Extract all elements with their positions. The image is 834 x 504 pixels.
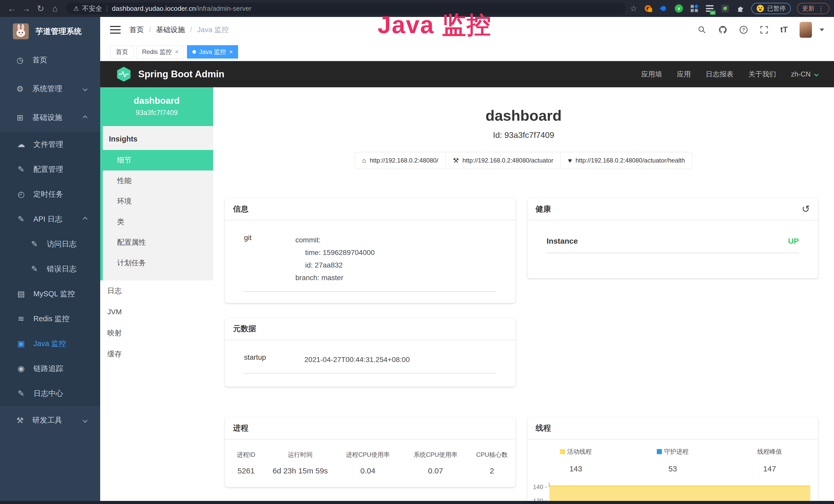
- breadcrumb-home[interactable]: 首页: [129, 25, 144, 35]
- cell-value: 0.07: [402, 466, 469, 475]
- browser-back-icon[interactable]: ←: [5, 4, 19, 14]
- info-card-body: git commit: time: 1596289704000 id: 27aa…: [225, 220, 515, 292]
- sidebar-item-mysql-monitor[interactable]: ▤ MySQL 监控: [0, 281, 100, 306]
- sba-item-classes[interactable]: 类: [103, 211, 213, 232]
- tags-view-bar: 首页 Redis 监控 × Java 监控 ×: [100, 43, 834, 61]
- sba-nav-about[interactable]: 关于我们: [748, 70, 776, 79]
- sba-item-scheduled-tasks[interactable]: 计划任务: [103, 253, 213, 273]
- chevron-down-icon: [83, 418, 87, 422]
- page-subtitle: Id: 93a3fc7f7409: [213, 131, 834, 140]
- fullscreen-icon[interactable]: [760, 25, 768, 34]
- kebab-menu-icon[interactable]: ⋮: [817, 5, 824, 13]
- sidebar-item-api-log[interactable]: ✎ API 日志: [0, 207, 100, 232]
- user-avatar[interactable]: [799, 22, 812, 38]
- browser-update-button[interactable]: 更新 ⋮: [797, 3, 829, 14]
- sba-item-environment[interactable]: 环境: [103, 191, 213, 211]
- sba-item-config-props[interactable]: 配置属性: [103, 232, 213, 253]
- browser-home-icon[interactable]: ⌂: [48, 4, 62, 14]
- sba-item-caches[interactable]: 缓存: [100, 344, 213, 365]
- sba-item-mappings[interactable]: 映射: [100, 322, 213, 344]
- timer-icon: ◴: [16, 189, 26, 199]
- tab-label: Java 监控: [199, 48, 226, 56]
- extension-list-on-icon[interactable]: on: [705, 4, 714, 13]
- breadcrumb-infrastructure[interactable]: 基础设施: [156, 25, 185, 35]
- breadcrumb-separator: /: [149, 26, 151, 34]
- sidebar-item-infrastructure[interactable]: ⊞ 基础设施: [0, 103, 100, 132]
- health-card-header: 健康 ↺: [527, 198, 818, 220]
- extension-orange-ring-icon[interactable]: [643, 4, 653, 13]
- sidebar-item-label: 系统管理: [32, 84, 62, 94]
- sba-item-metrics[interactable]: 性能: [103, 170, 213, 191]
- browser-forward-icon[interactable]: →: [19, 4, 34, 14]
- sba-item-jvm[interactable]: JVM: [100, 301, 213, 322]
- tab-redis-monitor[interactable]: Redis 监控 ×: [137, 45, 184, 59]
- tab-home[interactable]: 首页: [110, 45, 134, 59]
- stat-value: 147: [721, 464, 818, 473]
- sba-nav-wallboard[interactable]: 应用墙: [641, 70, 662, 79]
- sba-language-selector[interactable]: zh-CN: [791, 70, 818, 78]
- sidebar-item-label: 基础设施: [32, 112, 62, 123]
- breadcrumb-separator: /: [190, 26, 192, 34]
- github-icon[interactable]: [718, 25, 727, 35]
- extension-leaf-icon[interactable]: [721, 4, 730, 13]
- address-bar[interactable]: ⚠ 不安全 dashboard.yudao.iocoder.cn /infra/…: [66, 3, 626, 15]
- help-icon[interactable]: ?: [739, 25, 748, 34]
- active-tab-dot: [192, 50, 196, 54]
- hamburger-icon[interactable]: [110, 26, 121, 33]
- avatar-caret-icon[interactable]: [820, 28, 824, 31]
- health-instance-row: Instance UP: [547, 220, 799, 246]
- instance-home-link[interactable]: ⌂ http://192.168.0.2:48080/: [355, 152, 446, 169]
- sidebar-item-java-monitor[interactable]: ▣ Java 监控: [0, 331, 100, 356]
- daemon-threads-stat: 守护进程 53: [624, 448, 721, 473]
- history-icon[interactable]: ↺: [802, 203, 810, 215]
- edit-icon: ✎: [29, 264, 40, 274]
- metadata-card-title: 元数据: [225, 318, 515, 340]
- process-card: 进程 进程ID 5261 运行时间 6d 23h 15m 59s: [225, 417, 515, 487]
- infrastructure-icon: ⊞: [15, 113, 25, 122]
- tab-java-monitor[interactable]: Java 监控 ×: [187, 45, 238, 59]
- sba-item-details[interactable]: 细节: [103, 150, 213, 170]
- sidebar-item-access-log[interactable]: ✎ 访问日志: [0, 232, 100, 256]
- tab-label: 首页: [116, 48, 128, 56]
- instance-actuator-link[interactable]: ⚒ http://192.168.0.2:48080/actuator: [445, 152, 561, 169]
- instance-home-url: http://192.168.0.2:48080/: [370, 157, 438, 164]
- extension-grid-icon[interactable]: [690, 4, 699, 13]
- live-threads-stat: 活动线程 143: [527, 448, 624, 473]
- font-size-icon[interactable]: tT: [780, 25, 788, 35]
- close-icon[interactable]: ×: [229, 48, 233, 55]
- extension-map-pin-icon[interactable]: [659, 4, 668, 13]
- sidebar-item-scheduled-jobs[interactable]: ◴ 定时任务: [0, 182, 100, 207]
- stat-label: 守护进程: [664, 448, 688, 456]
- instance-health-link[interactable]: ♥ http://192.168.0.2:48080/actuator/heal…: [561, 152, 692, 169]
- row-divider: [244, 291, 496, 292]
- sidebar-item-log-center[interactable]: ✎ 日志中心: [0, 381, 100, 406]
- extension-green-v-icon[interactable]: v: [674, 4, 683, 13]
- stat-label: 线程峰值: [757, 448, 782, 456]
- stat-value: 143: [527, 464, 624, 473]
- sba-nav-journal[interactable]: 日志报表: [706, 70, 733, 79]
- sba-instance-header[interactable]: dashboard 93a3fc7f7409: [100, 87, 213, 126]
- sidebar-item-home[interactable]: ◷ 首页: [0, 46, 100, 74]
- close-icon[interactable]: ×: [175, 48, 178, 55]
- sidebar-item-config-management[interactable]: ✎ 配置管理: [0, 157, 100, 182]
- extensions-puzzle-icon[interactable]: [736, 4, 745, 13]
- browser-reload-icon[interactable]: ↻: [34, 3, 48, 14]
- sidebar-item-label: 研发工具: [32, 415, 62, 426]
- not-secure-label: 不安全: [82, 4, 102, 13]
- sidebar-item-file-management[interactable]: ☁ 文件管理: [0, 132, 100, 157]
- sba-item-logs[interactable]: 日志: [100, 280, 213, 301]
- search-icon[interactable]: [698, 25, 706, 34]
- paused-badge[interactable]: 已暂停: [751, 3, 791, 14]
- stat-value: 53: [624, 464, 721, 473]
- sidebar-item-redis-monitor[interactable]: ≋ Redis 监控: [0, 306, 100, 331]
- sba-nav-applications[interactable]: 应用: [677, 70, 691, 79]
- chevron-up-icon: [83, 217, 87, 221]
- bookmark-star-icon[interactable]: ☆: [630, 4, 637, 13]
- sidebar-item-dev-tools[interactable]: ⚒ 研发工具: [0, 406, 100, 435]
- sidebar-item-error-log[interactable]: ✎ 错误日志: [0, 256, 100, 281]
- app-logo-row[interactable]: 芋道管理系统: [0, 17, 100, 46]
- sidebar-item-trace[interactable]: ◉ 链路追踪: [0, 356, 100, 381]
- layers-icon: ≋: [16, 314, 26, 323]
- sidebar-item-system[interactable]: ⚙ 系统管理: [0, 74, 100, 103]
- sidebar-item-label: 访问日志: [47, 239, 76, 249]
